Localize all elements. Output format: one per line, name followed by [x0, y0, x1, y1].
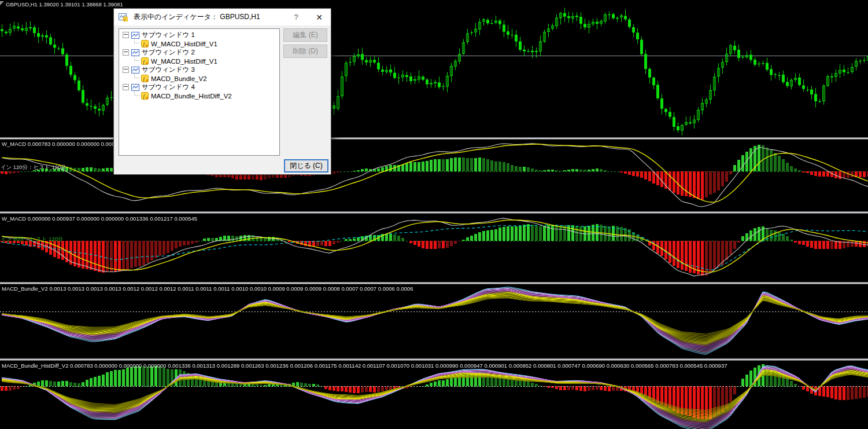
subwindow2-param-label: ライン 60分：ヒスト 120分: [0, 236, 64, 243]
indicator-tree[interactable]: サブウィンドウ 1fW_MACD_HistDiff_V1サブウィンドウ 2fW_…: [119, 28, 280, 156]
dialog-icon: f: [119, 13, 128, 21]
subwindow-divider[interactable]: [0, 282, 868, 284]
indicator-list-dialog: f 表示中のインディケータ： GBPUSD,H1 ? ✕ サブウィンドウ 1fW…: [113, 8, 331, 175]
main-chart-label: GBPUSD,H1 1.39020 1.39101 1.38868 1.3908…: [6, 1, 123, 8]
indicator-fx-icon: f: [141, 40, 149, 47]
close-x-button[interactable]: ✕: [308, 9, 331, 25]
delete-button[interactable]: 削除 (D): [283, 45, 327, 58]
subwindow-node-label: サブウィンドウ 3: [142, 65, 195, 74]
tree-connector: [134, 55, 139, 61]
collapse-icon[interactable]: [123, 67, 129, 73]
collapse-icon[interactable]: [123, 49, 129, 56]
tree-node-subwindow-1[interactable]: サブウィンドウ 1: [119, 31, 279, 39]
subwindow3-label: MACD_Bundle_V2 0.0013 0.0013 0.0013 0.00…: [2, 285, 413, 292]
dialog-title: 表示中のインディケータ： GBPUSD,H1: [134, 12, 285, 22]
subwindow-node-label: サブウィンドウ 2: [142, 48, 195, 57]
indicator-node-label: MACD_Bundle_HistDiff_V2: [151, 93, 232, 100]
indicator-fx-icon: f: [141, 57, 149, 65]
close-button[interactable]: 閉じる (C): [284, 159, 328, 173]
subwindow4-label: MACD_Bundle_HistDiff_V2 0.000783 0.00000…: [2, 362, 727, 369]
tree-node-indicator[interactable]: fMACD_Bundle_V2: [119, 74, 279, 83]
indicator-node-label: W_MACD_HistDiff_V1: [151, 41, 217, 47]
mt4-chart-window: GBPUSD,H1 1.39020 1.39101 1.38868 1.3908…: [0, 0, 868, 429]
chart-shift-marker-icon: [0, 1, 4, 5]
edit-button[interactable]: 編集 (E): [283, 28, 327, 42]
tree-connector: [134, 90, 139, 96]
subwindow-divider[interactable]: [0, 358, 868, 361]
tree-node-subwindow-3[interactable]: サブウィンドウ 3: [119, 65, 279, 74]
tree-connector: [134, 38, 139, 43]
subwindow2-label: W_MACD 0.000000 0.000937 0.000000 0.0000…: [2, 215, 197, 222]
tree-node-indicator[interactable]: fMACD_Bundle_HistDiff_V2: [119, 91, 279, 100]
tree-connector: [134, 72, 139, 78]
indicator-node-label: W_MACD_HistDiff_V1: [151, 58, 217, 65]
tree-node-subwindow-2[interactable]: サブウィンドウ 2: [119, 48, 279, 57]
help-button[interactable]: ?: [285, 9, 308, 25]
dialog-titlebar[interactable]: f 表示中のインディケータ： GBPUSD,H1 ? ✕: [114, 9, 331, 25]
subwindow-node-label: サブウィンドウ 4: [142, 83, 195, 91]
subwindow1-param-label: ライン 120分：ヒスト 120分: [0, 164, 67, 171]
indicator-fx-icon: f: [141, 92, 149, 100]
tree-node-indicator[interactable]: fW_MACD_HistDiff_V1: [119, 57, 279, 65]
collapse-icon[interactable]: [123, 84, 129, 90]
indicator-node-label: MACD_Bundle_V2: [151, 75, 207, 82]
subwindow-node-label: サブウィンドウ 1: [142, 31, 195, 39]
subwindow-divider[interactable]: [0, 211, 868, 214]
indicator-fx-icon: f: [141, 75, 149, 82]
collapse-icon[interactable]: [123, 32, 129, 38]
tree-node-indicator[interactable]: fW_MACD_HistDiff_V1: [119, 39, 279, 48]
tree-node-subwindow-4[interactable]: サブウィンドウ 4: [119, 83, 279, 91]
